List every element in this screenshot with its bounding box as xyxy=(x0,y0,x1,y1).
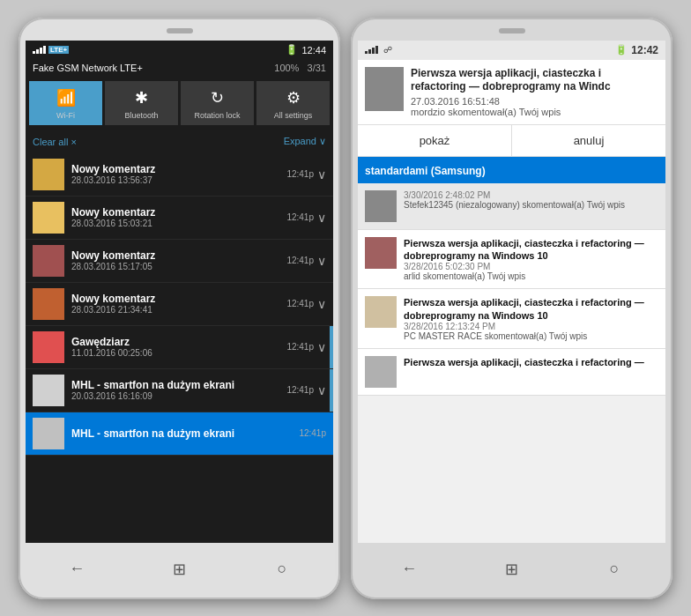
right-title-1: Pierwsza wersja aplikacji, ciasteczka i … xyxy=(404,237,658,263)
notif-title-5: MHL - smartfon na dużym ekrani xyxy=(71,379,279,391)
notif-content-3: Nowy komentarz 28.03.2016 21:34:41 xyxy=(71,293,279,315)
notif-item-3[interactable]: Nowy komentarz 28.03.2016 21:34:41 12:41… xyxy=(26,283,333,326)
notification-header: Clear all × Expand ∨ xyxy=(26,130,333,153)
notif-avatar-5 xyxy=(33,375,64,406)
left-phone: LTE+ 🔋 12:44 Fake GSM Network LTE+ 100% … xyxy=(19,18,340,599)
left-search-button[interactable]: ○ xyxy=(266,553,298,585)
right-avatar-1 xyxy=(365,237,397,269)
left-nav: ← ⊞ ○ xyxy=(26,550,333,589)
right-author-1: arlid skomentował(a) Twój wpis xyxy=(404,271,658,281)
right-status-right: 🔋 12:42 xyxy=(615,44,658,56)
notif-title-2: Nowy komentarz xyxy=(71,249,279,262)
right-content-2: Pierwsza wersja aplikacji, ciasteczka i … xyxy=(404,296,658,341)
notif-title-1: Nowy komentarz xyxy=(71,206,279,219)
tile-rotation[interactable]: ↻ Rotation lock xyxy=(181,81,254,125)
right-time: 12:42 xyxy=(631,44,658,56)
right-search-button[interactable]: ○ xyxy=(598,553,630,585)
notif-item-1[interactable]: Nowy komentarz 28.03.2016 15:03:21 12:41… xyxy=(26,197,333,240)
notif-avatar-3 xyxy=(33,288,64,320)
network-row: Fake GSM Network LTE+ 100% 3/31 xyxy=(26,60,333,76)
notif-item-0[interactable]: Nowy komentarz 28.03.2016 13:56:37 12:41… xyxy=(26,153,333,197)
notif-chevron-2: ∨ xyxy=(317,254,326,268)
tile-wifi-label: Wi-Fi xyxy=(56,111,75,120)
right-date-0: 3/30/2016 2:48:02 PM xyxy=(404,190,625,200)
right-signal-bars xyxy=(365,46,378,54)
cancel-button[interactable]: anuluj xyxy=(512,125,665,156)
notification-card: Pierwsza wersja aplikacji, ciasteczka i … xyxy=(358,60,665,125)
card-content: Pierwsza wersja aplikacji, ciasteczka i … xyxy=(411,67,658,117)
notif-item-2[interactable]: Nowy komentarz 28.03.2016 15:17:05 12:41… xyxy=(26,240,333,283)
settings-icon: ⚙ xyxy=(286,88,301,108)
notif-content-4: Gawędziarz 11.01.2016 00:25:06 xyxy=(71,336,279,358)
side-indicator-4 xyxy=(330,326,333,368)
notif-content-1: Nowy komentarz 28.03.2016 15:03:21 xyxy=(71,206,279,228)
right-notif-0[interactable]: 3/30/2016 2:48:02 PM Stefek12345 (niezal… xyxy=(358,183,665,230)
notif-content-0: Nowy komentarz 28.03.2016 13:56:37 xyxy=(71,163,279,185)
wifi-icon: 📶 xyxy=(56,88,76,108)
notif-avatar-0 xyxy=(33,159,64,190)
right-back-button[interactable]: ← xyxy=(393,553,425,585)
right-status-icons: ☍ xyxy=(365,45,392,55)
selected-item[interactable]: standardami (Samsung) xyxy=(358,157,665,183)
notif-chevron-4: ∨ xyxy=(317,340,326,354)
battery-icon: 🔋 xyxy=(286,44,298,56)
notif-title-4: Gawędziarz xyxy=(71,336,279,348)
right-notif-3[interactable]: Pierwsza wersja aplikacji, ciasteczka i … xyxy=(358,349,665,396)
selected-item-text: standardami (Samsung) xyxy=(365,165,486,177)
expand-button[interactable]: Expand ∨ xyxy=(284,136,326,147)
signal-bars xyxy=(33,46,46,54)
right-notif-1[interactable]: Pierwsza wersja aplikacji, ciasteczka i … xyxy=(358,230,665,290)
notif-time-2: 12:41p xyxy=(286,256,314,265)
notif-title-3: Nowy komentarz xyxy=(71,293,279,305)
clear-all-button[interactable]: Clear all × xyxy=(33,137,77,147)
tile-bluetooth[interactable]: ✱ Bluetooth xyxy=(105,81,178,125)
notif-time-1: 12:41p xyxy=(286,212,314,222)
notif-item-5[interactable]: MHL - smartfon na dużym ekrani 20.03.201… xyxy=(26,369,333,412)
right-date-1: 3/28/2016 5:02:30 PM xyxy=(404,262,658,271)
notif-title-6: MHL - smartfon na dużym ekrani xyxy=(71,427,292,440)
right-nav: ← ⊞ ○ xyxy=(358,550,665,589)
notif-chevron-1: ∨ xyxy=(317,211,326,225)
rbar1 xyxy=(365,51,368,54)
rbar4 xyxy=(375,46,378,54)
side-indicator-5 xyxy=(330,369,333,412)
notification-list: Nowy komentarz 28.03.2016 13:56:37 12:41… xyxy=(26,153,333,543)
right-notif-list: 3/30/2016 2:48:02 PM Stefek12345 (niezal… xyxy=(358,183,665,543)
network-name: Fake GSM Network LTE+ xyxy=(33,63,143,73)
tile-bluetooth-label: Bluetooth xyxy=(124,111,158,120)
show-button[interactable]: pokaż xyxy=(358,125,512,156)
right-battery-icon: 🔋 xyxy=(615,44,628,56)
right-title-2: Pierwsza wersja aplikacji, ciasteczka i … xyxy=(404,296,658,322)
right-author-0: Stefek12345 (niezalogowany) skomentował(… xyxy=(404,200,625,210)
rbar3 xyxy=(372,48,375,54)
notif-item-4[interactable]: Gawędziarz 11.01.2016 00:25:06 12:41p ∨ xyxy=(26,326,333,369)
rbar2 xyxy=(368,49,371,54)
left-screen: LTE+ 🔋 12:44 Fake GSM Network LTE+ 100% … xyxy=(26,41,333,543)
left-time: 12:44 xyxy=(301,45,326,56)
card-author: mordzio skomentował(a) Twój wpis xyxy=(411,107,658,117)
lte-badge: LTE+ xyxy=(48,46,69,54)
tile-settings[interactable]: ⚙ All settings xyxy=(256,81,330,125)
right-notif-2[interactable]: Pierwsza wersja aplikacji, ciasteczka i … xyxy=(358,289,665,349)
left-home-button[interactable]: ⊞ xyxy=(163,553,195,585)
right-avatar-0 xyxy=(365,190,397,222)
right-avatar-3 xyxy=(365,356,397,388)
right-author-2: PC MASTER RACE skomentował(a) Twój wpis xyxy=(404,331,658,341)
rotation-icon: ↻ xyxy=(211,88,224,108)
right-content-1: Pierwsza wersja aplikacji, ciasteczka i … xyxy=(404,237,658,282)
right-home-button[interactable]: ⊞ xyxy=(495,553,527,585)
right-chat-icon: ☍ xyxy=(383,45,392,55)
notif-date-0: 28.03.2016 13:56:37 xyxy=(71,175,279,185)
notif-date-1: 28.03.2016 15:03:21 xyxy=(71,219,279,228)
notif-avatar-2 xyxy=(33,245,64,277)
left-status-bar: LTE+ 🔋 12:44 xyxy=(26,41,333,60)
right-avatar-2 xyxy=(365,296,397,328)
bar2 xyxy=(36,49,39,54)
notif-avatar-1 xyxy=(33,202,64,234)
tile-wifi[interactable]: 📶 Wi-Fi xyxy=(29,81,102,125)
notif-item-6[interactable]: MHL - smartfon na dużym ekrani 12:41p xyxy=(26,412,333,456)
right-status-bar: ☍ 🔋 12:42 xyxy=(358,41,665,60)
notif-date-3: 28.03.2016 21:34:41 xyxy=(71,305,279,315)
left-back-button[interactable]: ← xyxy=(61,553,93,585)
notif-time-0: 12:41p xyxy=(286,169,314,179)
